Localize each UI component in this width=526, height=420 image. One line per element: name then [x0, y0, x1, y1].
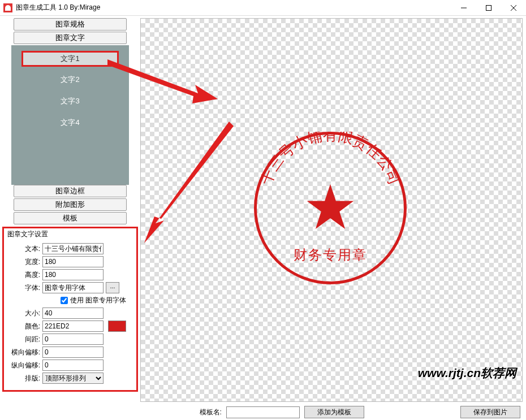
- watermark-text: www.rjtj.cn软荐网: [418, 365, 516, 381]
- label-width: 宽度:: [7, 257, 40, 267]
- svg-rect-1: [486, 5, 491, 10]
- input-hoff[interactable]: [42, 347, 104, 358]
- label-text: 文本:: [7, 244, 40, 254]
- stamp-preview: 十三号小铺有限责任公司 财务专用章: [254, 132, 407, 284]
- text-list: 文字1 文字2 文字3 文字4: [11, 45, 129, 185]
- text-settings-panel: 图章文字设置 文本: 宽度: 高度: 字体: ... 使用 图章专用字体: [2, 227, 138, 392]
- left-panel: 图章规格 图章文字 文字1 文字2 文字3 文字4 图章边框 附加图形 模板 图…: [0, 16, 140, 420]
- input-width[interactable]: [42, 256, 104, 267]
- accordion-shape[interactable]: 附加图形: [14, 198, 127, 211]
- label-layout: 排版:: [7, 374, 40, 383]
- save-image-button[interactable]: 保存到图片: [460, 406, 520, 418]
- bottom-toolbar: 模板名: 添加为模板 保存到图片: [140, 404, 523, 420]
- label-hoff: 横向偏移:: [7, 348, 40, 357]
- label-spacing: 间距:: [7, 335, 40, 344]
- text-item-2[interactable]: 文字2: [11, 69, 129, 90]
- accordion-spec[interactable]: 图章规格: [14, 18, 127, 31]
- label-usefont: 使用 图章专用字体: [70, 296, 126, 305]
- app-icon: [3, 3, 12, 12]
- stamp-bottom-text: 财务专用章: [254, 246, 407, 264]
- right-panel: 十三号小铺有限责任公司 财务专用章 www.rjtj.cn软荐网 模板名: 添加…: [140, 16, 526, 420]
- accordion: 图章规格 图章文字 文字1 文字2 文字3 文字4 图章边框 附加图形 模板: [2, 18, 138, 224]
- accordion-template[interactable]: 模板: [14, 212, 127, 224]
- label-font: 字体:: [7, 283, 40, 293]
- maximize-button[interactable]: [476, 0, 501, 16]
- input-spacing[interactable]: [42, 334, 104, 345]
- text-item-3[interactable]: 文字3: [11, 90, 129, 112]
- font-picker-button[interactable]: ...: [106, 282, 119, 293]
- accordion-text[interactable]: 图章文字: [14, 32, 127, 44]
- titlebar: 图章生成工具 1.0 By:Mirage: [0, 0, 526, 16]
- color-swatch[interactable]: [108, 321, 126, 332]
- select-layout[interactable]: 顶部环形排列: [42, 373, 104, 384]
- label-size: 大小:: [7, 309, 40, 318]
- svg-text:十三号小铺有限责任公司: 十三号小铺有限责任公司: [257, 132, 403, 187]
- input-size[interactable]: [42, 308, 104, 319]
- label-height: 高度:: [7, 270, 40, 280]
- text-item-4[interactable]: 文字4: [11, 112, 129, 133]
- close-button[interactable]: [501, 0, 526, 16]
- star-icon: [305, 181, 356, 232]
- minimize-button[interactable]: [451, 0, 476, 16]
- input-font[interactable]: [42, 282, 104, 293]
- input-voff[interactable]: [42, 360, 104, 371]
- input-template-name[interactable]: [226, 406, 300, 418]
- label-voff: 纵向偏移:: [7, 361, 40, 370]
- preview-canvas: 十三号小铺有限责任公司 财务专用章 www.rjtj.cn软荐网: [140, 18, 523, 402]
- svg-marker-5: [307, 184, 354, 229]
- text-item-1[interactable]: 文字1: [21, 51, 119, 67]
- settings-title: 图章文字设置: [7, 228, 133, 241]
- window-controls: [451, 0, 526, 16]
- input-text[interactable]: [42, 243, 104, 254]
- label-template-name: 模板名:: [200, 408, 222, 417]
- accordion-border[interactable]: 图章边框: [14, 185, 127, 197]
- label-color: 颜色:: [7, 322, 40, 331]
- checkbox-usefont[interactable]: [61, 297, 68, 304]
- window-title: 图章生成工具 1.0 By:Mirage: [16, 3, 100, 12]
- input-height[interactable]: [42, 269, 104, 280]
- input-color[interactable]: [42, 321, 104, 332]
- add-template-button[interactable]: 添加为模板: [304, 406, 364, 418]
